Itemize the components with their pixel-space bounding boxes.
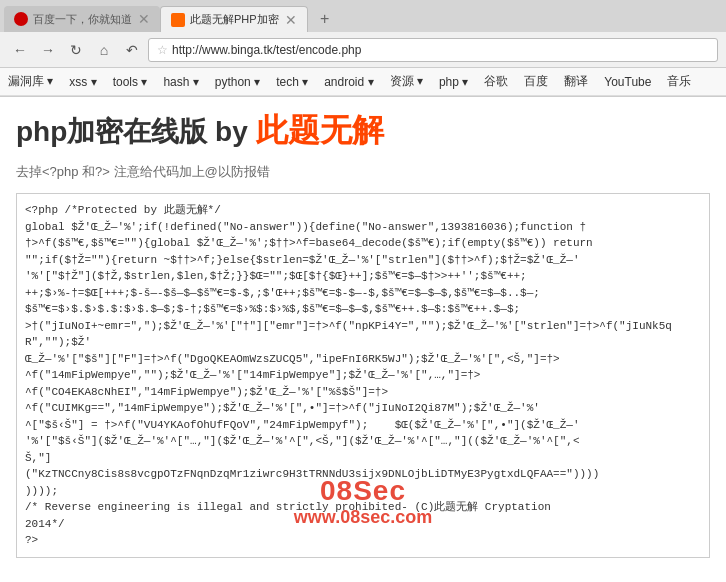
page-title-prefix: php加密在线版 by [16,116,256,147]
svg-rect-1 [171,13,185,27]
tab-baidu-label: 百度一下，你就知道 [33,12,132,27]
menu-php[interactable]: php ▾ [431,72,476,92]
menu-baidu[interactable]: 百度 [516,70,556,93]
menu-android[interactable]: android ▾ [316,72,381,92]
favicon-binga [171,13,185,27]
back-button[interactable]: ← [8,38,32,62]
page-title-highlight: 此题无解 [256,112,384,148]
menu-vuln[interactable]: 漏洞库 ▾ [0,70,61,93]
code-container: <?php /*Protected by 此题无解*/ global $Ž'Œ_… [16,193,710,558]
forward-button[interactable]: → [36,38,60,62]
favicon-baidu [14,12,28,26]
svg-point-0 [14,12,28,26]
menu-music[interactable]: 音乐 [659,70,699,93]
tab-binga-label: 此题无解PHP加密 [190,12,279,27]
menu-tools[interactable]: tools ▾ [105,72,156,92]
browser-chrome: 百度一下，你就知道 ✕ 此题无解PHP加密 ✕ + ← → ↻ ⌂ ↶ ☆ ht… [0,0,726,97]
menu-resources[interactable]: 资源 ▾ [382,70,431,93]
page-subtitle: 去掉<?php 和?> 注意给代码加上@以防报错 [16,163,710,181]
tab-baidu-close[interactable]: ✕ [138,12,150,26]
page-title: php加密在线版 by 此题无解 [16,109,710,153]
menu-bar: 漏洞库 ▾ xss ▾ tools ▾ hash ▾ python ▾ tech… [0,68,726,96]
tab-binga[interactable]: 此题无解PHP加密 ✕ [160,6,308,32]
menu-google[interactable]: 谷歌 [476,70,516,93]
menu-xss[interactable]: xss ▾ [61,72,104,92]
url-bar[interactable]: ☆ http://www.binga.tk/test/encode.php [148,38,718,62]
url-star-icon: ☆ [157,43,168,57]
menu-translate[interactable]: 翻译 [556,70,596,93]
tab-baidu[interactable]: 百度一下，你就知道 ✕ [4,6,160,32]
tab-binga-close[interactable]: ✕ [285,13,297,27]
history-button[interactable]: ↶ [120,38,144,62]
refresh-button[interactable]: ↻ [64,38,88,62]
menu-hash[interactable]: hash ▾ [155,72,206,92]
address-bar: ← → ↻ ⌂ ↶ ☆ http://www.binga.tk/test/enc… [0,32,726,68]
page-content: php加密在线版 by 此题无解 去掉<?php 和?> 注意给代码加上@以防报… [0,97,726,570]
code-box[interactable]: <?php /*Protected by 此题无解*/ global $Ž'Œ_… [16,193,710,558]
menu-python[interactable]: python ▾ [207,72,268,92]
menu-tech[interactable]: tech ▾ [268,72,316,92]
tab-bar: 百度一下，你就知道 ✕ 此题无解PHP加密 ✕ + [0,0,726,32]
url-text: http://www.binga.tk/test/encode.php [172,43,361,57]
new-tab-button[interactable]: + [312,6,338,32]
home-button[interactable]: ⌂ [92,38,116,62]
menu-youtube[interactable]: YouTube [596,72,659,92]
